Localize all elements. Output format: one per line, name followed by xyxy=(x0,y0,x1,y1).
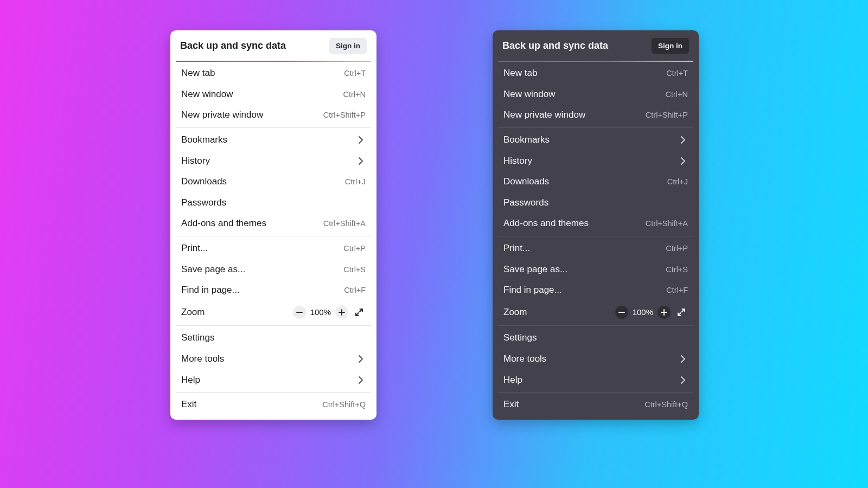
menu-item-more-tools[interactable]: More tools xyxy=(170,349,376,370)
menu-item-downloads[interactable]: Downloads Ctrl+J xyxy=(493,171,699,192)
chevron-right-icon xyxy=(678,135,688,145)
menu-item-help[interactable]: Help xyxy=(493,369,699,390)
menu-item-label: Save page as... xyxy=(181,264,245,275)
zoom-out-button[interactable] xyxy=(615,306,628,319)
shortcut-text: Ctrl+Shift+P xyxy=(323,111,366,119)
menu-separator xyxy=(498,325,693,326)
menu-item-label: Print... xyxy=(181,243,208,254)
shortcut-text: Ctrl+Shift+Q xyxy=(644,400,688,409)
app-menu-dark: Back up and sync data Sign in New tab Ct… xyxy=(493,30,699,420)
menu-item-more-tools[interactable]: More tools xyxy=(493,349,699,370)
menu-item-new-window[interactable]: New window Ctrl+N xyxy=(170,84,376,105)
chevron-right-icon xyxy=(678,354,688,364)
menu-item-label: Passwords xyxy=(181,197,226,208)
menu-item-label: New tab xyxy=(503,68,537,79)
menu-item-new-private-window[interactable]: New private window Ctrl+Shift+P xyxy=(493,105,699,126)
minus-icon xyxy=(618,309,626,316)
menu-separator xyxy=(176,236,371,236)
menu-item-new-tab[interactable]: New tab Ctrl+T xyxy=(493,63,699,84)
menu-item-label: Zoom xyxy=(181,307,205,318)
shortcut-text: Ctrl+N xyxy=(666,90,688,99)
menu-item-label: Help xyxy=(503,375,522,386)
shortcut-text: Ctrl+Shift+P xyxy=(646,111,688,119)
fullscreen-button[interactable] xyxy=(675,306,688,319)
menu-item-label: New private window xyxy=(181,110,263,120)
plus-icon xyxy=(338,309,346,316)
menu-item-history[interactable]: History xyxy=(170,150,376,171)
menu-item-new-window[interactable]: New window Ctrl+N xyxy=(493,84,699,105)
shortcut-text: Ctrl+F xyxy=(666,286,688,294)
menu-item-bookmarks[interactable]: Bookmarks xyxy=(170,130,376,151)
menu-item-label: New tab xyxy=(181,68,215,79)
menu-item-save-page[interactable]: Save page as... Ctrl+S xyxy=(170,259,376,280)
menu-item-label: More tools xyxy=(181,354,224,364)
sign-in-button[interactable]: Sign in xyxy=(652,38,689,54)
sync-title: Back up and sync data xyxy=(502,40,608,52)
menu-item-label: Passwords xyxy=(503,197,548,208)
shortcut-text: Ctrl+J xyxy=(345,177,366,186)
menu-item-find[interactable]: Find in page... Ctrl+F xyxy=(170,280,376,301)
menu-item-settings[interactable]: Settings xyxy=(170,328,376,349)
menu-item-new-private-window[interactable]: New private window Ctrl+Shift+P xyxy=(170,105,376,126)
chevron-right-icon xyxy=(678,156,688,166)
plus-icon xyxy=(660,309,668,316)
zoom-in-button[interactable] xyxy=(658,306,671,319)
sign-in-button[interactable]: Sign in xyxy=(329,38,367,54)
sync-header: Back up and sync data Sign in xyxy=(493,30,699,61)
zoom-in-button[interactable] xyxy=(335,306,348,319)
fullscreen-icon xyxy=(355,309,363,316)
menu-item-settings[interactable]: Settings xyxy=(493,328,699,349)
shortcut-text: Ctrl+S xyxy=(666,265,688,274)
menu-item-label: Settings xyxy=(503,332,537,343)
menu-item-passwords[interactable]: Passwords xyxy=(493,192,699,214)
menu-item-exit[interactable]: Exit Ctrl+Shift+Q xyxy=(493,394,699,415)
app-menu-light: Back up and sync data Sign in New tab Ct… xyxy=(170,30,376,420)
menu-item-label: Print... xyxy=(503,243,530,254)
menu-item-label: Add-ons and themes xyxy=(181,218,266,229)
menu-item-label: Bookmarks xyxy=(503,134,550,145)
menu-separator xyxy=(498,236,693,236)
menu-item-label: Exit xyxy=(181,399,196,410)
menu-item-history[interactable]: History xyxy=(493,150,699,171)
fullscreen-icon xyxy=(678,309,685,316)
shortcut-text: Ctrl+T xyxy=(666,69,688,78)
menu-item-save-page[interactable]: Save page as... Ctrl+S xyxy=(493,259,699,280)
shortcut-text: Ctrl+N xyxy=(343,90,366,99)
fullscreen-button[interactable] xyxy=(353,306,366,319)
menu-item-bookmarks[interactable]: Bookmarks xyxy=(493,130,699,151)
shortcut-text: Ctrl+P xyxy=(343,244,366,253)
zoom-value: 100% xyxy=(633,307,653,317)
shortcut-text: Ctrl+T xyxy=(344,69,366,78)
shortcut-text: Ctrl+Shift+A xyxy=(323,219,366,228)
menu-item-label: Downloads xyxy=(503,176,549,187)
chevron-right-icon xyxy=(356,375,366,385)
menu-separator xyxy=(176,127,371,128)
menu-item-label: Zoom xyxy=(503,307,527,318)
menu-item-zoom: Zoom 100% xyxy=(170,301,376,324)
zoom-value: 100% xyxy=(310,307,331,317)
menu-separator xyxy=(176,325,371,326)
menu-item-addons[interactable]: Add-ons and themes Ctrl+Shift+A xyxy=(170,213,376,234)
menu-item-label: Find in page... xyxy=(503,285,562,296)
zoom-out-button[interactable] xyxy=(293,306,306,319)
minus-icon xyxy=(296,309,303,316)
menu-item-help[interactable]: Help xyxy=(170,369,376,390)
menu-item-label: Downloads xyxy=(181,176,227,187)
menu-item-addons[interactable]: Add-ons and themes Ctrl+Shift+A xyxy=(493,213,699,234)
menu-item-label: Exit xyxy=(503,399,519,410)
menu-item-print[interactable]: Print... Ctrl+P xyxy=(493,238,699,259)
menu-item-passwords[interactable]: Passwords xyxy=(170,192,376,214)
menu-item-find[interactable]: Find in page... Ctrl+F xyxy=(493,280,699,301)
menu-item-label: Help xyxy=(181,375,200,386)
menu-item-exit[interactable]: Exit Ctrl+Shift+Q xyxy=(170,394,376,415)
shortcut-text: Ctrl+J xyxy=(667,177,688,186)
accent-divider xyxy=(498,61,693,62)
menu-item-label: History xyxy=(503,156,532,166)
menu-item-label: Settings xyxy=(181,332,214,343)
menu-item-downloads[interactable]: Downloads Ctrl+J xyxy=(170,171,376,192)
zoom-controls: 100% xyxy=(615,306,688,319)
menu-item-label: New window xyxy=(503,89,555,100)
menu-item-new-tab[interactable]: New tab Ctrl+T xyxy=(170,63,376,84)
sync-header: Back up and sync data Sign in xyxy=(170,30,376,61)
menu-item-print[interactable]: Print... Ctrl+P xyxy=(170,238,376,259)
